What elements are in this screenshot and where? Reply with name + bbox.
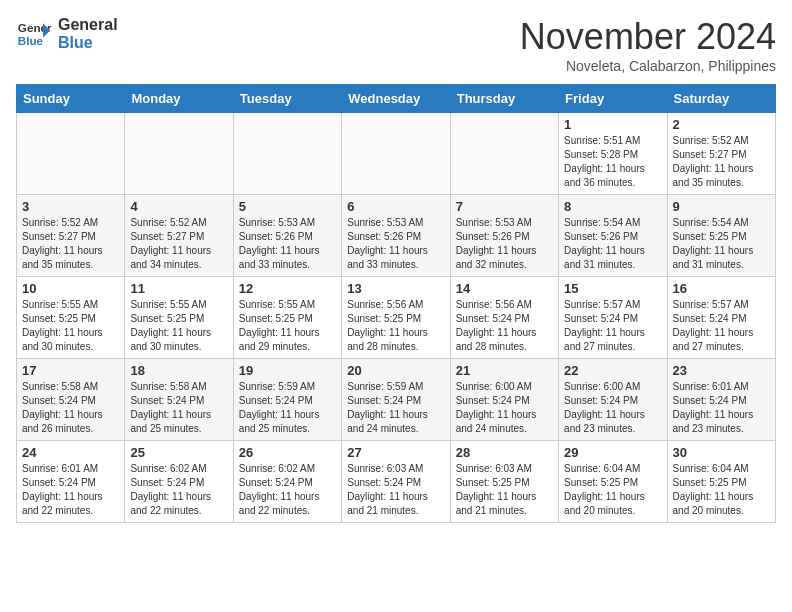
- day-info: Sunrise: 5:52 AM Sunset: 5:27 PM Dayligh…: [22, 216, 119, 272]
- day-info: Sunrise: 5:55 AM Sunset: 5:25 PM Dayligh…: [22, 298, 119, 354]
- calendar-cell: 15Sunrise: 5:57 AM Sunset: 5:24 PM Dayli…: [559, 277, 667, 359]
- day-info: Sunrise: 5:56 AM Sunset: 5:25 PM Dayligh…: [347, 298, 444, 354]
- day-number: 3: [22, 199, 119, 214]
- calendar-cell: 17Sunrise: 5:58 AM Sunset: 5:24 PM Dayli…: [17, 359, 125, 441]
- day-info: Sunrise: 5:57 AM Sunset: 5:24 PM Dayligh…: [564, 298, 661, 354]
- calendar-cell: 7Sunrise: 5:53 AM Sunset: 5:26 PM Daylig…: [450, 195, 558, 277]
- calendar-cell: 10Sunrise: 5:55 AM Sunset: 5:25 PM Dayli…: [17, 277, 125, 359]
- day-number: 30: [673, 445, 770, 460]
- calendar-cell: 21Sunrise: 6:00 AM Sunset: 5:24 PM Dayli…: [450, 359, 558, 441]
- calendar-cell: 29Sunrise: 6:04 AM Sunset: 5:25 PM Dayli…: [559, 441, 667, 523]
- logo: General Blue General Blue: [16, 16, 118, 52]
- calendar-week-row: 1Sunrise: 5:51 AM Sunset: 5:28 PM Daylig…: [17, 113, 776, 195]
- day-info: Sunrise: 6:03 AM Sunset: 5:25 PM Dayligh…: [456, 462, 553, 518]
- day-number: 24: [22, 445, 119, 460]
- day-info: Sunrise: 6:01 AM Sunset: 5:24 PM Dayligh…: [673, 380, 770, 436]
- day-info: Sunrise: 6:02 AM Sunset: 5:24 PM Dayligh…: [239, 462, 336, 518]
- calendar-cell: 9Sunrise: 5:54 AM Sunset: 5:25 PM Daylig…: [667, 195, 775, 277]
- calendar-cell: 8Sunrise: 5:54 AM Sunset: 5:26 PM Daylig…: [559, 195, 667, 277]
- calendar-cell: 5Sunrise: 5:53 AM Sunset: 5:26 PM Daylig…: [233, 195, 341, 277]
- weekday-header: Thursday: [450, 85, 558, 113]
- day-number: 16: [673, 281, 770, 296]
- day-info: Sunrise: 5:53 AM Sunset: 5:26 PM Dayligh…: [239, 216, 336, 272]
- day-number: 14: [456, 281, 553, 296]
- calendar-cell: 12Sunrise: 5:55 AM Sunset: 5:25 PM Dayli…: [233, 277, 341, 359]
- day-info: Sunrise: 6:00 AM Sunset: 5:24 PM Dayligh…: [564, 380, 661, 436]
- calendar-cell: 27Sunrise: 6:03 AM Sunset: 5:24 PM Dayli…: [342, 441, 450, 523]
- day-info: Sunrise: 6:04 AM Sunset: 5:25 PM Dayligh…: [564, 462, 661, 518]
- day-number: 8: [564, 199, 661, 214]
- day-info: Sunrise: 5:52 AM Sunset: 5:27 PM Dayligh…: [673, 134, 770, 190]
- day-number: 19: [239, 363, 336, 378]
- day-info: Sunrise: 5:58 AM Sunset: 5:24 PM Dayligh…: [130, 380, 227, 436]
- svg-text:Blue: Blue: [18, 34, 44, 47]
- day-number: 20: [347, 363, 444, 378]
- day-number: 11: [130, 281, 227, 296]
- day-number: 5: [239, 199, 336, 214]
- weekday-header: Friday: [559, 85, 667, 113]
- day-info: Sunrise: 6:02 AM Sunset: 5:24 PM Dayligh…: [130, 462, 227, 518]
- day-number: 21: [456, 363, 553, 378]
- day-info: Sunrise: 6:04 AM Sunset: 5:25 PM Dayligh…: [673, 462, 770, 518]
- day-number: 22: [564, 363, 661, 378]
- day-number: 12: [239, 281, 336, 296]
- calendar-week-row: 24Sunrise: 6:01 AM Sunset: 5:24 PM Dayli…: [17, 441, 776, 523]
- calendar-table: SundayMondayTuesdayWednesdayThursdayFrid…: [16, 84, 776, 523]
- logo-line1: General: [58, 16, 118, 34]
- calendar-week-row: 10Sunrise: 5:55 AM Sunset: 5:25 PM Dayli…: [17, 277, 776, 359]
- title-block: November 2024 Noveleta, Calabarzon, Phil…: [520, 16, 776, 74]
- calendar-cell: 3Sunrise: 5:52 AM Sunset: 5:27 PM Daylig…: [17, 195, 125, 277]
- calendar-cell: 25Sunrise: 6:02 AM Sunset: 5:24 PM Dayli…: [125, 441, 233, 523]
- day-info: Sunrise: 5:53 AM Sunset: 5:26 PM Dayligh…: [347, 216, 444, 272]
- day-number: 15: [564, 281, 661, 296]
- day-info: Sunrise: 5:56 AM Sunset: 5:24 PM Dayligh…: [456, 298, 553, 354]
- day-info: Sunrise: 5:55 AM Sunset: 5:25 PM Dayligh…: [239, 298, 336, 354]
- day-info: Sunrise: 6:00 AM Sunset: 5:24 PM Dayligh…: [456, 380, 553, 436]
- day-info: Sunrise: 5:53 AM Sunset: 5:26 PM Dayligh…: [456, 216, 553, 272]
- day-info: Sunrise: 5:52 AM Sunset: 5:27 PM Dayligh…: [130, 216, 227, 272]
- day-number: 27: [347, 445, 444, 460]
- calendar-cell: [17, 113, 125, 195]
- day-number: 18: [130, 363, 227, 378]
- calendar-cell: [342, 113, 450, 195]
- logo-icon: General Blue: [16, 16, 52, 52]
- calendar-cell: 18Sunrise: 5:58 AM Sunset: 5:24 PM Dayli…: [125, 359, 233, 441]
- day-number: 9: [673, 199, 770, 214]
- calendar-cell: 23Sunrise: 6:01 AM Sunset: 5:24 PM Dayli…: [667, 359, 775, 441]
- calendar-cell: 4Sunrise: 5:52 AM Sunset: 5:27 PM Daylig…: [125, 195, 233, 277]
- day-number: 7: [456, 199, 553, 214]
- calendar-cell: 20Sunrise: 5:59 AM Sunset: 5:24 PM Dayli…: [342, 359, 450, 441]
- day-number: 17: [22, 363, 119, 378]
- weekday-header: Monday: [125, 85, 233, 113]
- calendar-cell: [450, 113, 558, 195]
- calendar-cell: 6Sunrise: 5:53 AM Sunset: 5:26 PM Daylig…: [342, 195, 450, 277]
- calendar-cell: 24Sunrise: 6:01 AM Sunset: 5:24 PM Dayli…: [17, 441, 125, 523]
- day-number: 4: [130, 199, 227, 214]
- day-info: Sunrise: 5:54 AM Sunset: 5:25 PM Dayligh…: [673, 216, 770, 272]
- day-number: 23: [673, 363, 770, 378]
- calendar-cell: 28Sunrise: 6:03 AM Sunset: 5:25 PM Dayli…: [450, 441, 558, 523]
- day-number: 6: [347, 199, 444, 214]
- calendar-cell: 26Sunrise: 6:02 AM Sunset: 5:24 PM Dayli…: [233, 441, 341, 523]
- calendar-cell: 16Sunrise: 5:57 AM Sunset: 5:24 PM Dayli…: [667, 277, 775, 359]
- day-number: 26: [239, 445, 336, 460]
- calendar-cell: 30Sunrise: 6:04 AM Sunset: 5:25 PM Dayli…: [667, 441, 775, 523]
- page-header: General Blue General Blue November 2024 …: [16, 16, 776, 74]
- calendar-cell: 14Sunrise: 5:56 AM Sunset: 5:24 PM Dayli…: [450, 277, 558, 359]
- day-number: 28: [456, 445, 553, 460]
- calendar-cell: 1Sunrise: 5:51 AM Sunset: 5:28 PM Daylig…: [559, 113, 667, 195]
- weekday-header: Wednesday: [342, 85, 450, 113]
- day-info: Sunrise: 5:57 AM Sunset: 5:24 PM Dayligh…: [673, 298, 770, 354]
- weekday-header: Tuesday: [233, 85, 341, 113]
- day-info: Sunrise: 5:55 AM Sunset: 5:25 PM Dayligh…: [130, 298, 227, 354]
- day-info: Sunrise: 5:58 AM Sunset: 5:24 PM Dayligh…: [22, 380, 119, 436]
- calendar-cell: [125, 113, 233, 195]
- calendar-week-row: 17Sunrise: 5:58 AM Sunset: 5:24 PM Dayli…: [17, 359, 776, 441]
- location-subtitle: Noveleta, Calabarzon, Philippines: [520, 58, 776, 74]
- calendar-cell: 2Sunrise: 5:52 AM Sunset: 5:27 PM Daylig…: [667, 113, 775, 195]
- day-info: Sunrise: 5:51 AM Sunset: 5:28 PM Dayligh…: [564, 134, 661, 190]
- day-info: Sunrise: 5:59 AM Sunset: 5:24 PM Dayligh…: [239, 380, 336, 436]
- calendar-cell: 13Sunrise: 5:56 AM Sunset: 5:25 PM Dayli…: [342, 277, 450, 359]
- calendar-cell: 22Sunrise: 6:00 AM Sunset: 5:24 PM Dayli…: [559, 359, 667, 441]
- day-info: Sunrise: 6:01 AM Sunset: 5:24 PM Dayligh…: [22, 462, 119, 518]
